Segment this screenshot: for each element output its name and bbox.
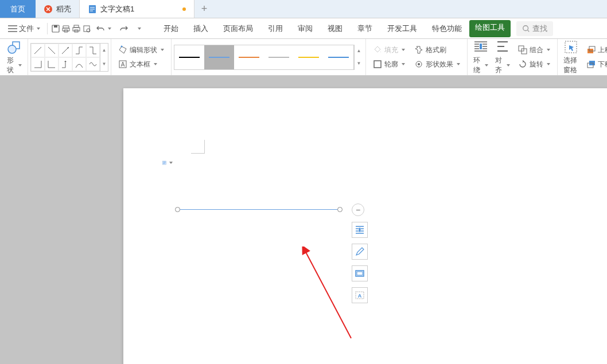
redo-button[interactable]: [116, 22, 132, 35]
style-blue[interactable]: [204, 45, 234, 69]
float-collapse-button[interactable]: −: [352, 203, 364, 216]
shape-icon: [7, 40, 22, 54]
svg-text:A: A: [121, 61, 125, 68]
style-blue2[interactable]: [324, 45, 353, 69]
tab-dev[interactable]: 开发工具: [380, 20, 425, 37]
float-frame-button[interactable]: [352, 265, 368, 281]
tab-view[interactable]: 视图: [320, 20, 350, 37]
line-conn2[interactable]: [45, 57, 59, 71]
shape-label: 形状: [7, 56, 16, 75]
format-painter-label: 格式刷: [426, 45, 446, 55]
style-gray[interactable]: [264, 45, 294, 69]
undo-button[interactable]: [92, 22, 115, 35]
line-conn3[interactable]: [59, 57, 72, 71]
resize-handle-left[interactable]: [175, 207, 180, 212]
style-gallery-more[interactable]: ▲ ▼: [354, 45, 363, 70]
separator: [47, 23, 48, 34]
doc-icon: [88, 5, 97, 14]
line-elbow1[interactable]: [72, 44, 86, 57]
ribbon-tabs: 开始 插入 页面布局 引用 审阅 视图 章节 开发工具 特色功能 绘图工具: [156, 20, 511, 37]
search-icon: [522, 25, 530, 33]
svg-point-11: [8, 45, 16, 53]
tab-layout[interactable]: 页面布局: [216, 20, 260, 37]
style-orange[interactable]: [234, 45, 264, 69]
export-button[interactable]: [82, 24, 91, 33]
resize-handle-right[interactable]: [337, 207, 343, 212]
svg-text:A: A: [358, 293, 362, 299]
line-curve2[interactable]: [86, 57, 100, 71]
format-painter-button[interactable]: 格式刷: [412, 44, 462, 56]
fill-label: 填充: [384, 45, 398, 55]
caret-down-icon: [18, 64, 22, 66]
caret-down-icon: [37, 28, 40, 30]
tab-add-button[interactable]: +: [194, 0, 214, 18]
svg-line-13: [48, 47, 55, 54]
selected-line-shape[interactable]: [175, 206, 343, 212]
textbox-icon: A: [118, 60, 127, 69]
search-placeholder: 查找: [532, 24, 547, 34]
caret-down-icon: [108, 28, 111, 30]
svg-point-9: [523, 25, 528, 30]
print-button[interactable]: [72, 24, 81, 33]
select-pane-button[interactable]: 选择窗格: [560, 38, 582, 76]
edit-shape-button[interactable]: 编辑形状: [116, 44, 166, 56]
caret-down-icon: [507, 64, 510, 66]
line-elbow2[interactable]: [86, 44, 100, 57]
print-preview-button[interactable]: [61, 24, 71, 33]
tab-drawing[interactable]: 绘图工具: [469, 20, 511, 37]
line-curve1[interactable]: [72, 57, 86, 71]
rotate-icon: [518, 60, 527, 69]
save-button[interactable]: [51, 24, 60, 33]
daoke-icon: [44, 5, 53, 14]
line-conn1[interactable]: [31, 57, 45, 71]
group-button[interactable]: 组合: [516, 44, 552, 56]
tab-start[interactable]: 开始: [156, 20, 186, 37]
svg-point-20: [418, 63, 420, 65]
file-menu-label: 文件: [19, 24, 34, 34]
shape-effect-button[interactable]: 形状效果: [412, 58, 462, 71]
move-down-button[interactable]: 下移一: [584, 58, 607, 71]
caret-down-icon: [402, 49, 405, 51]
document-page[interactable]: − A: [123, 88, 607, 364]
paragraph-options-icon[interactable]: [162, 158, 173, 168]
wrap-button[interactable]: 环绕: [470, 38, 492, 76]
shape-effect-icon: [414, 60, 423, 69]
line-diag2[interactable]: [45, 44, 59, 57]
svg-rect-4: [74, 25, 79, 28]
search-box[interactable]: 查找: [516, 21, 553, 36]
group-icon: [518, 45, 527, 54]
float-text-button[interactable]: A: [352, 287, 368, 303]
textbox-label: 文本框: [130, 60, 150, 69]
line-diag1[interactable]: [31, 44, 45, 57]
float-style-button[interactable]: [352, 244, 368, 260]
align-button[interactable]: 对齐: [492, 38, 513, 76]
caret-down-icon: [169, 162, 173, 164]
rotate-button[interactable]: 旋转: [516, 58, 552, 71]
tab-insert[interactable]: 插入: [186, 20, 216, 37]
shape-button[interactable]: 形状: [3, 38, 25, 76]
edit-shape-label: 编辑形状: [130, 45, 157, 55]
outline-button[interactable]: 轮廓: [371, 58, 407, 71]
line-segment: [180, 209, 338, 210]
tab-review[interactable]: 审阅: [290, 20, 320, 37]
file-menu[interactable]: 文件: [5, 22, 44, 36]
float-layout-button[interactable]: [352, 222, 368, 238]
tab-daoke[interactable]: 稻壳: [36, 0, 80, 18]
line-arrow[interactable]: [59, 44, 72, 57]
tab-special[interactable]: 特色功能: [425, 20, 469, 37]
wrap-label: 环绕: [473, 56, 483, 75]
line-gallery-more[interactable]: ▲ ▼: [100, 43, 108, 72]
tab-home[interactable]: 首页: [0, 0, 36, 18]
fill-button[interactable]: 填充: [371, 44, 407, 56]
tab-bar: 首页 稻壳 文字文稿1 +: [0, 0, 607, 18]
style-yellow[interactable]: [294, 45, 324, 69]
caret-down-icon: [485, 64, 488, 66]
textbox-button[interactable]: A 文本框: [116, 58, 166, 71]
tab-chapter[interactable]: 章节: [350, 20, 380, 37]
tab-reference[interactable]: 引用: [260, 20, 290, 37]
move-up-button[interactable]: 上移一: [584, 44, 607, 56]
tab-document[interactable]: 文字文稿1: [80, 0, 194, 18]
more-qat[interactable]: [133, 26, 145, 32]
redo-icon: [119, 24, 129, 33]
style-black[interactable]: [174, 45, 204, 69]
